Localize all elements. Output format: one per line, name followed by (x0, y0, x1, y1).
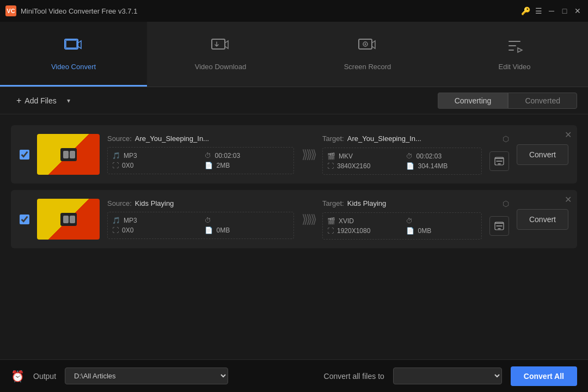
format2-icon: 🎵 (112, 217, 120, 224)
svg-point-5 (365, 44, 366, 45)
file-card-1-source-resolution: 0X0 (122, 162, 133, 169)
file-card-2-target-meta: 🎬 XVID ⏱ ⛶ 1920X1080 📄 0MB (322, 212, 482, 240)
file-card-1-target-settings-button[interactable] (489, 151, 509, 171)
file-card-2-thumbnail (37, 199, 100, 240)
file-card-2-source-info: Source: Kids Playing 🎵 MP3 ⏱ ⛶ 0X0 📄 (107, 199, 294, 239)
file-card-1-target-label: Target: (322, 134, 344, 143)
file-card-1-source-filename: Are_You_Sleeping_In... (135, 134, 209, 143)
file-card-2-target-filename: Kids Playing (347, 199, 387, 207)
resolution-icon: ⛶ (112, 162, 119, 169)
convert-arrow-2: ⟫⟫⟫ (302, 212, 315, 226)
file-card-1-target-size: 304.14MB (418, 162, 448, 170)
convert-all-button[interactable]: Convert All (511, 366, 577, 386)
file-card-1-checkbox[interactable] (20, 150, 29, 160)
target-size-icon: 📄 (406, 162, 414, 170)
file-card-1-source-meta: 🎵 MP3 ⏱ 00:02:03 ⛶ 0X0 📄 2MB (107, 147, 294, 174)
add-files-label: Add Files (24, 96, 56, 105)
target-duration-icon: ⏱ (406, 152, 413, 160)
title-controls: 🔑 ☰ ─ □ ✕ (520, 6, 583, 16)
nav-video-convert-label: Video Convert (51, 63, 96, 71)
screen-record-icon (358, 36, 377, 58)
bottom-bar: ⏰ Output D:\All Articles Convert all fil… (0, 359, 588, 392)
minimize-button[interactable]: ─ (547, 6, 556, 16)
svg-rect-11 (63, 216, 69, 223)
maximize-button[interactable]: □ (560, 6, 569, 16)
svg-rect-12 (70, 216, 75, 223)
toolbar: + Add Files ▾ Converting Converted (0, 87, 588, 114)
output-label: Output (33, 372, 56, 381)
target2-size-icon: 📄 (406, 227, 414, 235)
output-clock-icon: ⏰ (11, 370, 24, 383)
file-card-1-target-format: MKV (339, 152, 353, 160)
file-card-2-source-label: Source: (107, 199, 132, 207)
video-download-icon (211, 36, 230, 58)
app-icon: VC (5, 5, 16, 16)
file-card-1-edit-button[interactable]: ⬡ (503, 134, 509, 143)
nav-screen-record-label: Screen Record (344, 63, 391, 71)
convert-all-format-select[interactable] (393, 367, 502, 384)
convert-arrow-1: ⟫⟫⟫ (302, 148, 315, 162)
nav-screen-record[interactable]: Screen Record (294, 22, 441, 87)
file-card-2-target-info: Target: Kids Playing ⬡ 🎬 XVID ⏱ ⛶ (322, 199, 509, 240)
file-card-2-source-meta: 🎵 MP3 ⏱ ⛶ 0X0 📄 0MB (107, 212, 294, 239)
file-card-1-source-size: 2MB (216, 162, 230, 169)
sub-tabs: Converting Converted (438, 93, 577, 109)
nav-edit-video[interactable]: Edit Video (441, 22, 588, 87)
file-card-2-source-filename: Kids Playing (135, 199, 174, 207)
size2-icon: 📄 (205, 226, 213, 234)
file-card-2-target-format: XVID (339, 217, 354, 225)
file-card-2-target-label: Target: (322, 199, 344, 207)
file-card-1-target-meta: 🎬 MKV ⏱ 00:02:03 ⛶ 3840X2160 📄 304.14MB (322, 148, 482, 175)
title-bar: VC MiniTool Video Converter Free v3.7.1 … (0, 0, 588, 22)
svg-rect-1 (66, 40, 77, 48)
add-files-button[interactable]: + Add Files (11, 93, 62, 109)
duration-icon: ⏱ (205, 152, 211, 160)
file-card-2-convert-button[interactable]: Convert (517, 209, 568, 230)
file-card-2-target-settings-button[interactable] (489, 216, 509, 236)
svg-rect-8 (70, 151, 75, 158)
nav-edit-video-label: Edit Video (498, 63, 530, 71)
duration2-icon: ⏱ (205, 217, 211, 224)
target2-duration-icon: ⏱ (406, 217, 413, 225)
key-button[interactable]: 🔑 (520, 6, 530, 16)
file-card-2-edit-button[interactable]: ⬡ (503, 199, 509, 208)
file-card-1-thumbnail (37, 134, 100, 175)
size-icon: 📄 (205, 162, 213, 169)
file-card-2-checkbox[interactable] (20, 215, 29, 224)
add-files-dropdown-button[interactable]: ▾ (62, 93, 75, 108)
file-card-2-close[interactable]: ✕ (565, 194, 572, 205)
tab-converted[interactable]: Converted (508, 93, 577, 109)
target2-resolution-icon: ⛶ (327, 227, 334, 235)
nav-video-convert[interactable]: Video Convert (0, 22, 147, 87)
add-files-plus-icon: + (16, 96, 21, 106)
file-card-1-target-resolution: 3840X2160 (337, 162, 370, 170)
file-card-2-target-size: 0MB (418, 227, 431, 235)
file-card-2-target-resolution: 1920X1080 (337, 227, 370, 235)
target-format-icon: 🎬 (327, 152, 335, 160)
file-card-1-source-format: MP3 (124, 152, 137, 160)
close-button[interactable]: ✕ (573, 6, 583, 16)
menu-button[interactable]: ☰ (534, 6, 543, 16)
file-card-1-close[interactable]: ✕ (565, 130, 572, 140)
file-card-1-source-info: Source: Are_You_Sleeping_In... 🎵 MP3 ⏱ 0… (107, 134, 294, 174)
file-card-1-target-duration: 00:02:03 (416, 152, 442, 160)
file-card-2-source-format: MP3 (124, 217, 137, 224)
svg-rect-2 (212, 39, 225, 49)
nav-video-download-label: Video Download (195, 63, 246, 71)
svg-rect-7 (63, 151, 69, 158)
file-card-2: ✕ Source: Kids Playing 🎵 MP3 ⏱ (11, 190, 577, 248)
content-area: ✕ Source: Are_You_Sleeping_In... 🎵 MP3 ⏱… (0, 114, 588, 359)
nav-bar: Video Convert Video Download Screen Reco… (0, 22, 588, 87)
title-text: MiniTool Video Converter Free v3.7.1 (21, 7, 137, 15)
title-left: VC MiniTool Video Converter Free v3.7.1 (5, 5, 137, 16)
output-path-select[interactable]: D:\All Articles (65, 367, 228, 384)
file-card-2-source-resolution: 0X0 (122, 226, 133, 234)
target-resolution-icon: ⛶ (327, 162, 334, 170)
resolution2-icon: ⛶ (112, 226, 119, 234)
file-card-1-source-duration: 00:02:03 (215, 152, 240, 160)
file-card-1-convert-button[interactable]: Convert (517, 144, 568, 165)
tab-converting[interactable]: Converting (438, 93, 509, 109)
file-card-1-source-label: Source: (107, 134, 132, 143)
nav-video-download[interactable]: Video Download (147, 22, 294, 87)
format-icon: 🎵 (112, 152, 120, 160)
